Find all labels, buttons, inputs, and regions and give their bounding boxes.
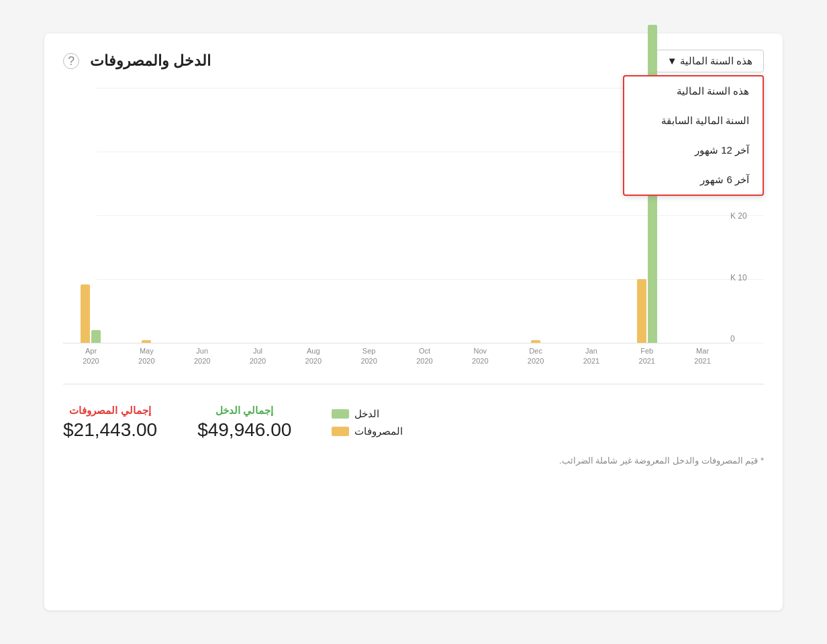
x-label: May2020: [119, 343, 175, 370]
x-year: 2020: [528, 356, 544, 366]
x-year: 2020: [360, 356, 377, 366]
dropdown-item-last-12[interactable]: آخر 12 شهور: [624, 136, 763, 165]
x-year: 2020: [83, 356, 99, 366]
x-label: Dec2020: [508, 343, 564, 370]
expense-bar: [142, 340, 151, 343]
bar-group: [508, 89, 564, 343]
x-label: Nov2020: [452, 343, 508, 370]
expense-total-section: إجمالي المصروفات $21,443.00: [63, 405, 157, 441]
x-year: 2021: [583, 356, 599, 366]
dropdown-item-this-fiscal[interactable]: هذه السنة المالية: [624, 76, 763, 106]
x-label: Jun2020: [175, 343, 230, 370]
legend-section: الدخل المصروفات: [332, 408, 403, 437]
x-year: 2020: [305, 356, 322, 366]
x-year: 2020: [472, 356, 488, 366]
x-month: Aug: [307, 346, 320, 356]
bar-group: [452, 89, 508, 343]
y-label-20k: K 20: [730, 211, 747, 221]
x-label: Oct2020: [397, 343, 452, 370]
bar-group: [285, 89, 341, 343]
summary-row: الدخل المصروفات إجمالي الدخل $49,946.00 …: [63, 398, 764, 447]
x-year: 2021: [639, 356, 655, 366]
x-year: 2021: [694, 356, 710, 366]
bar-group: [397, 89, 452, 343]
x-month: Apr: [85, 346, 97, 356]
x-month: Nov: [474, 346, 487, 356]
income-total-value: $49,946.00: [197, 419, 291, 441]
dropdown-item-last-6[interactable]: آخر 6 شهور: [624, 165, 763, 195]
x-month: Dec: [529, 346, 542, 356]
x-label: Aug2020: [285, 343, 341, 370]
legend-income-box: [332, 409, 349, 419]
x-month: Feb: [640, 346, 653, 356]
divider: [63, 384, 764, 384]
dropdown-menu: هذه السنة المالية السنة المالية السابقة …: [623, 75, 764, 196]
x-year: 2020: [416, 356, 432, 366]
x-label: Sep2020: [341, 343, 397, 370]
dropdown-item-last-fiscal[interactable]: السنة المالية السابقة: [624, 106, 763, 136]
x-year: 2020: [194, 356, 210, 366]
x-year: 2020: [138, 356, 154, 366]
legend-expense-label: المصروفات: [354, 425, 403, 437]
bar-group: [175, 89, 230, 343]
legend-income-label: الدخل: [354, 408, 379, 420]
x-label: Mar2021: [675, 343, 730, 370]
x-month: Jul: [253, 346, 262, 356]
bar-group: [230, 89, 286, 343]
x-year: 2020: [250, 356, 266, 366]
expense-bar: [81, 284, 90, 343]
filter-button[interactable]: هذه السنة المالية ▼: [656, 50, 764, 72]
y-label-0: 0: [730, 334, 735, 343]
bar-group: [119, 89, 175, 343]
title-area: الدخل والمصروفات ?: [63, 52, 211, 70]
bar-group: [564, 89, 620, 343]
legend-expense-box: [332, 427, 349, 436]
expense-bar: [637, 279, 646, 343]
x-month: Jan: [585, 346, 597, 356]
expense-total-value: $21,443.00: [63, 419, 157, 441]
bar-group: [63, 89, 119, 343]
x-month: May: [140, 346, 154, 356]
x-month: Sep: [362, 346, 376, 356]
header-row: هذه السنة المالية ▼ هذه السنة المالية ال…: [63, 50, 764, 72]
x-month: Mar: [696, 346, 709, 356]
help-icon[interactable]: ?: [63, 53, 79, 69]
y-label-10k: K 10: [730, 273, 747, 282]
expense-bar: [531, 340, 540, 343]
page-title: الدخل والمصروفات: [90, 52, 211, 70]
x-label: Jul2020: [230, 343, 286, 370]
x-label: Apr2020: [63, 343, 119, 370]
x-month: Jun: [196, 346, 208, 356]
expense-total-label: إجمالي المصروفات: [69, 405, 150, 417]
income-bar: [91, 330, 101, 343]
filter-dropdown-wrapper: هذه السنة المالية ▼ هذه السنة المالية ال…: [656, 50, 764, 72]
income-expenses-card: هذه السنة المالية ▼ هذه السنة المالية ال…: [44, 34, 783, 610]
footnote: * قيَم المصروفات والدخل المعروضة غير شام…: [63, 455, 764, 466]
income-total-section: إجمالي الدخل $49,946.00: [197, 405, 291, 441]
x-label: Jan2021: [564, 343, 620, 370]
x-month: Oct: [419, 346, 430, 356]
bar-group: [341, 89, 397, 343]
x-label: Feb2021: [619, 343, 675, 370]
legend-expense: المصروفات: [332, 425, 403, 437]
x-axis: Mar2021Feb2021Jan2021Dec2020Nov2020Oct20…: [63, 343, 730, 370]
income-total-label: إجمالي الدخل: [215, 405, 273, 417]
legend-income: الدخل: [332, 408, 379, 420]
